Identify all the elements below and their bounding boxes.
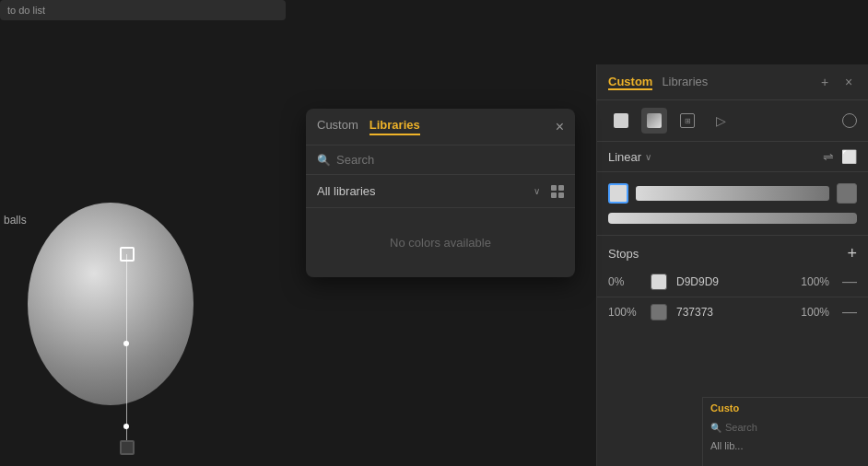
linear-actions: ⇌ ⬜ (823, 149, 857, 164)
search-icon: 🔍 (317, 154, 331, 167)
gradient-dot-top (123, 341, 129, 346)
gradient-stops-row (608, 183, 857, 204)
linear-swap-button[interactable]: ⇌ (823, 149, 834, 164)
gradient-bar-full[interactable] (608, 213, 857, 224)
mini-panel: Custo 🔍 Search All lib... (702, 397, 868, 466)
stop-1-opacity: 100% (796, 306, 829, 319)
mini-search-placeholder: Search (725, 422, 757, 433)
linear-chevron[interactable]: ∨ (645, 152, 651, 162)
stops-label: Stops (608, 247, 847, 261)
gradient-stop-right[interactable] (837, 183, 857, 204)
gradient-bar-section (597, 172, 868, 236)
color-panel-header: Custom Libraries + × (597, 64, 868, 100)
image-icon: ⊞ (680, 113, 695, 128)
mini-panel-header: Custo (703, 398, 868, 418)
linear-row: Linear ∨ ⇌ ⬜ (597, 142, 868, 172)
fill-type-row: ⊞ ▷ (597, 100, 868, 142)
color-panel-tabs: Custom Libraries (608, 75, 807, 90)
gradient-track[interactable] (636, 186, 829, 201)
gradient-handle-bottom[interactable] (120, 440, 135, 455)
linear-copy-button[interactable]: ⬜ (841, 149, 857, 164)
fill-image-button[interactable]: ⊞ (674, 108, 700, 134)
top-bar-hint: to do list (0, 0, 286, 20)
gradient-stop-left[interactable] (608, 183, 628, 204)
panel-icons: + × (816, 74, 857, 90)
libraries-panel: Custom Libraries × 🔍 All libraries ∨ No … (306, 109, 575, 277)
search-input[interactable] (336, 153, 564, 167)
gradient-line (126, 254, 127, 448)
linear-text: Linear (608, 150, 641, 164)
stop-0-opacity: 100% (796, 275, 829, 288)
color-tab-libraries[interactable]: Libraries (662, 75, 708, 90)
all-libraries-row[interactable]: All libraries ∨ (306, 175, 575, 208)
stop-1-remove-button[interactable]: — (842, 304, 857, 320)
gradient-square-icon (647, 113, 662, 128)
stop-0-swatch[interactable] (651, 274, 667, 290)
sphere (28, 203, 194, 405)
panel-plus-button[interactable]: + (816, 74, 833, 90)
fill-circle-icon (842, 113, 857, 128)
stop-0-remove-button[interactable]: — (842, 274, 857, 290)
mini-search-icon: 🔍 (710, 423, 721, 433)
panel-close-button[interactable]: × (840, 74, 857, 90)
stop-0-hex: D9D9D9 (676, 275, 787, 288)
all-libraries-chevron: ∨ (534, 186, 540, 196)
stop-row-1: 100% 737373 100% — (597, 297, 868, 327)
fill-gradient-button[interactable] (641, 108, 667, 134)
libraries-close-button[interactable]: × (556, 120, 564, 134)
gradient-handle-top[interactable] (120, 247, 135, 262)
libraries-panel-header: Custom Libraries × (306, 109, 575, 146)
tab-libraries[interactable]: Libraries (369, 118, 420, 135)
gradient-dot-bottom (123, 424, 129, 429)
mini-search-row: 🔍 Search (703, 418, 868, 437)
all-libraries-label: All libraries (317, 184, 530, 198)
grid-view-icon[interactable] (551, 185, 564, 198)
stop-0-percent: 0% (608, 275, 641, 288)
mini-all-libraries: All lib... (703, 437, 868, 455)
top-bar-text: to do list (7, 5, 45, 16)
tab-custom[interactable]: Custom (317, 118, 358, 135)
stop-1-percent: 100% (608, 306, 641, 319)
libraries-panel-tabs: Custom Libraries (317, 118, 556, 135)
no-colors-message: No colors available (306, 208, 575, 277)
stop-row-0: 0% D9D9D9 100% — (597, 267, 868, 297)
mini-tab-custom: Custo (710, 402, 739, 414)
color-tab-custom[interactable]: Custom (608, 75, 652, 90)
video-icon: ▷ (716, 113, 726, 128)
search-row: 🔍 (306, 146, 575, 175)
solid-square-icon (614, 113, 628, 128)
stops-header: Stops + (597, 236, 868, 267)
sphere-container (18, 193, 203, 414)
stop-1-hex: 737373 (676, 306, 787, 319)
fill-video-button[interactable]: ▷ (708, 108, 733, 134)
stops-add-button[interactable]: + (847, 245, 857, 262)
linear-label: Linear ∨ (608, 150, 823, 164)
fill-solid-button[interactable] (608, 108, 634, 134)
stop-1-swatch[interactable] (651, 304, 667, 320)
